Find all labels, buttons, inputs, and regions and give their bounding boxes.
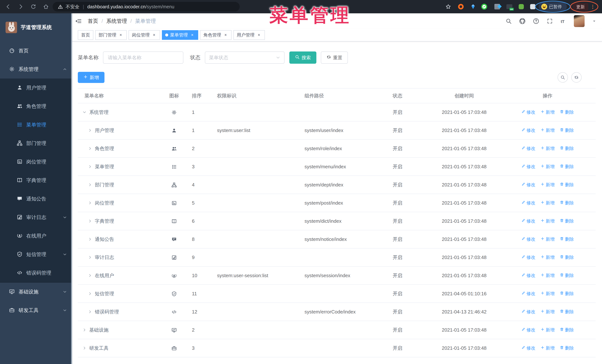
help-icon[interactable] [533,18,539,24]
sidebar-item-用户管理[interactable]: 用户管理 [0,79,72,97]
delete-link[interactable]: 删除 [560,164,574,170]
edit-link[interactable]: 修改 [521,164,535,170]
extension-adblock-icon[interactable] [457,3,465,11]
row-expand-icon[interactable] [88,273,93,278]
breadcrumb-item[interactable]: 系统管理 [106,18,127,25]
sidebar-item-角色管理[interactable]: 角色管理 [0,97,72,115]
browser-reload-icon[interactable] [28,0,39,13]
sidebar-item-研发工具[interactable]: 研发工具 [0,301,72,320]
sidebar-item-岗位管理[interactable]: 岗位管理 [0,153,72,171]
tab-close-icon[interactable]: × [190,32,195,38]
tab-close-icon[interactable]: × [223,32,228,38]
delete-link[interactable]: 删除 [560,291,574,297]
sidebar-item-在线用户[interactable]: 在线用户 [0,227,72,245]
refresh-table-button[interactable] [571,72,582,83]
row-expand-icon[interactable] [88,128,93,133]
bookmark-star-icon[interactable] [444,3,452,11]
add-link[interactable]: 新增 [540,182,555,188]
edit-link[interactable]: 修改 [521,327,535,333]
edit-link[interactable]: 修改 [521,182,535,188]
edit-link[interactable]: 修改 [521,236,535,242]
github-icon[interactable] [519,18,526,24]
delete-link[interactable]: 删除 [560,200,574,206]
add-link[interactable]: 新增 [540,109,555,115]
tab-close-icon[interactable]: × [151,32,157,38]
font-size-icon[interactable]: tT [560,18,567,24]
add-link[interactable]: 新增 [540,218,555,224]
tab-岗位管理[interactable]: 岗位管理× [129,30,160,40]
delete-link[interactable]: 删除 [560,254,574,260]
add-link[interactable]: 新增 [540,272,555,279]
tab-菜单管理[interactable]: 菜单管理× [162,30,198,40]
browser-forward-icon[interactable] [16,0,26,13]
tab-角色管理[interactable]: 角色管理× [200,30,232,40]
delete-link[interactable]: 删除 [560,127,574,133]
row-expand-icon[interactable] [88,201,93,205]
delete-link[interactable]: 删除 [560,327,574,333]
header-search-icon[interactable] [505,18,512,24]
sidebar-item-审计日志[interactable]: 审计日志 [0,208,72,227]
edit-link[interactable]: 修改 [521,309,535,315]
add-link[interactable]: 新增 [540,291,555,297]
row-expand-icon[interactable] [88,183,93,187]
tab-用户管理[interactable]: 用户管理× [233,30,265,40]
search-button[interactable]: 搜索 [289,52,316,64]
sidebar-item-基础设施[interactable]: 基础设施 [0,282,72,301]
browser-menu-icon[interactable] [590,3,596,11]
delete-link[interactable]: 删除 [560,309,574,315]
add-link[interactable]: 新增 [540,254,555,260]
avatar-caret-down-icon[interactable] [592,19,597,24]
sidebar-item-通知公告[interactable]: 通知公告 [0,190,72,208]
browser-update-button[interactable]: 更新 [573,3,588,11]
edit-link[interactable]: 修改 [521,291,535,297]
edit-link[interactable]: 修改 [521,218,535,224]
row-expand-icon[interactable] [82,328,87,332]
menu-name-input[interactable] [103,52,183,64]
delete-link[interactable]: 删除 [560,218,574,224]
sidebar-item-首页[interactable]: 首页 [0,42,72,60]
sidebar-item-菜单管理[interactable]: 菜单管理 [0,115,72,134]
profile-paused-badge[interactable]: 已暂停 [539,2,567,11]
extension-gem-icon[interactable] [469,3,477,11]
sidebar-item-部门管理[interactable]: 部门管理 [0,134,72,153]
browser-home-icon[interactable] [41,0,51,13]
row-expand-icon[interactable] [88,310,93,314]
sidebar-item-字典管理[interactable]: 字典管理 [0,171,72,190]
status-select[interactable]: 菜单状态 [205,52,285,64]
row-collapse-icon[interactable] [82,110,87,114]
row-expand-icon[interactable] [88,219,93,223]
edit-link[interactable]: 修改 [521,146,535,151]
delete-link[interactable]: 删除 [560,182,574,188]
sidebar-item-短信管理[interactable]: 短信管理 [0,245,72,264]
extension-verified-icon[interactable] [480,3,488,11]
delete-link[interactable]: 删除 [560,146,574,151]
row-expand-icon[interactable] [88,164,93,169]
app-logo[interactable]: 芋道管理系统 [0,13,72,42]
sidebar-item-系统管理[interactable]: 系统管理 [0,60,72,79]
add-link[interactable]: 新增 [540,127,555,133]
add-button[interactable]: 新增 [78,72,105,83]
row-expand-icon[interactable] [88,237,93,241]
row-expand-icon[interactable] [88,146,93,151]
edit-link[interactable]: 修改 [521,272,535,279]
edit-link[interactable]: 修改 [521,127,535,133]
add-link[interactable]: 新增 [540,327,555,333]
delete-link[interactable]: 删除 [560,345,574,351]
sidebar-item-错误码管理[interactable]: 错误码管理 [0,264,72,282]
tab-close-icon[interactable]: × [256,32,262,38]
add-link[interactable]: 新增 [540,164,555,170]
user-avatar[interactable] [574,15,585,27]
edit-link[interactable]: 修改 [521,200,535,206]
show-search-button[interactable] [558,72,568,83]
edit-link[interactable]: 修改 [521,254,535,260]
add-link[interactable]: 新增 [540,309,555,315]
row-expand-icon[interactable] [88,255,93,260]
delete-link[interactable]: 删除 [560,236,574,242]
reset-button[interactable]: 重置 [321,52,348,64]
browser-back-icon[interactable] [3,0,13,13]
breadcrumb-item[interactable]: 首页 [88,18,98,25]
extension-puzzle-icon[interactable] [529,3,537,11]
add-link[interactable]: 新增 [540,200,555,206]
add-link[interactable]: 新增 [540,236,555,242]
delete-link[interactable]: 删除 [560,272,574,279]
